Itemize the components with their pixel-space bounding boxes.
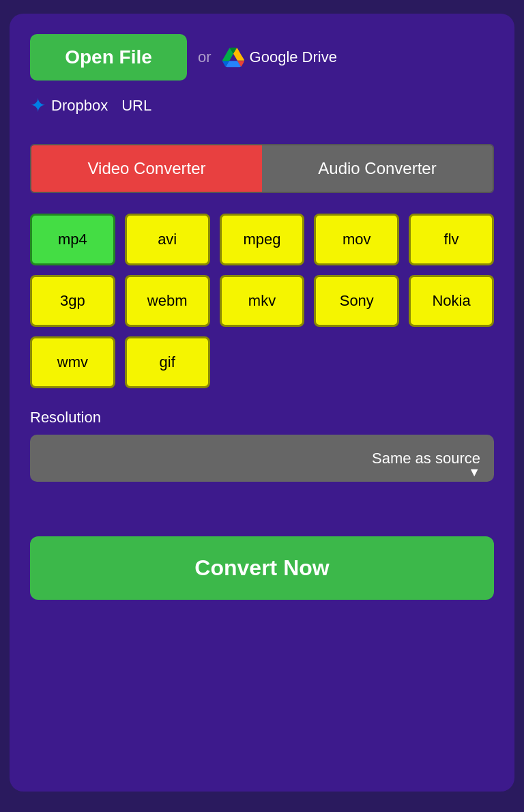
or-label: or — [198, 48, 212, 66]
dropbox-icon: ✦ — [30, 94, 46, 117]
resolution-select[interactable]: Same as source 1080p 720p 480p 360p — [30, 435, 494, 482]
tab-row: Video Converter Audio Converter — [30, 144, 494, 193]
url-button[interactable]: URL — [121, 97, 151, 115]
format-webm[interactable]: webm — [125, 275, 210, 327]
resolution-wrapper: Same as source 1080p 720p 480p 360p — [30, 435, 494, 509]
google-drive-button[interactable]: Google Drive — [222, 46, 337, 68]
format-nokia[interactable]: Nokia — [409, 275, 494, 327]
open-file-button[interactable]: Open File — [30, 34, 187, 81]
format-flv[interactable]: flv — [409, 214, 494, 265]
format-mpeg[interactable]: mpeg — [220, 214, 305, 265]
tab-video-converter[interactable]: Video Converter — [31, 145, 262, 192]
format-grid: mp4 avi mpeg mov flv 3gp webm mkv Sony N… — [30, 214, 494, 388]
format-mp4[interactable]: mp4 — [30, 214, 115, 265]
dropbox-label: Dropbox — [51, 97, 108, 115]
google-drive-label: Google Drive — [250, 48, 337, 66]
google-drive-icon — [222, 46, 244, 68]
resolution-label: Resolution — [30, 409, 494, 426]
format-wmv[interactable]: wmv — [30, 336, 115, 388]
resolution-section: Resolution Same as source 1080p 720p 480… — [30, 409, 494, 509]
app-container: Open File or Google Drive ✦ Dropbox URL … — [10, 14, 514, 792]
format-gif[interactable]: gif — [125, 336, 210, 388]
secondary-row: ✦ Dropbox URL — [30, 94, 494, 117]
format-avi[interactable]: avi — [125, 214, 210, 265]
format-sony[interactable]: Sony — [314, 275, 399, 327]
format-mov[interactable]: mov — [314, 214, 399, 265]
format-3gp[interactable]: 3gp — [30, 275, 115, 327]
header-row: Open File or Google Drive — [30, 34, 494, 81]
tab-audio-converter[interactable]: Audio Converter — [262, 145, 493, 192]
dropbox-button[interactable]: ✦ Dropbox — [30, 94, 108, 117]
convert-now-button[interactable]: Convert Now — [30, 536, 494, 600]
format-mkv[interactable]: mkv — [220, 275, 305, 327]
